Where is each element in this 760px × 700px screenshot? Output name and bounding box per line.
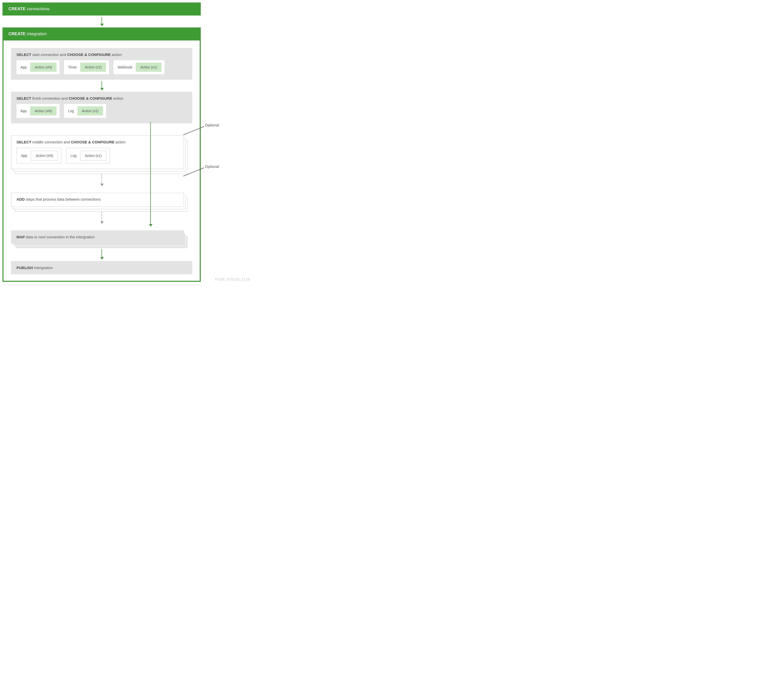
select-finish-title: SELECT finish connection and CHOOSE & CO… bbox=[17, 96, 187, 100]
publish-panel: PUBLISH intergration bbox=[11, 261, 192, 274]
create-connections-bar: CREATE connections bbox=[3, 3, 201, 16]
create-connections-rest: connections bbox=[27, 6, 50, 11]
start-option-webhook: Webhook Action (x1) bbox=[113, 60, 165, 74]
arrow-down-dashed-icon bbox=[102, 212, 102, 223]
select-start-panel: SELECT start connection and CHOOSE & CON… bbox=[11, 48, 192, 80]
select-middle-title: SELECT middle connection and CHOOSE & CO… bbox=[17, 140, 179, 144]
finish-option-app: App Action (xN) bbox=[17, 104, 60, 118]
arrow-down-dashed-icon bbox=[102, 174, 102, 186]
start-option-timer: Timer Action (x2) bbox=[64, 60, 109, 74]
arrow-down-icon bbox=[102, 81, 102, 90]
middle-log-action: Action (x1) bbox=[80, 151, 107, 161]
middle-option-log: Log Action (x1) bbox=[66, 148, 110, 164]
create-connections-bold: CREATE bbox=[8, 6, 26, 11]
add-steps-bold: ADD bbox=[17, 197, 25, 202]
optional-label-1: Optional bbox=[205, 123, 219, 127]
finish-log-action: Action (x1) bbox=[77, 106, 103, 116]
bypass-arrow-icon bbox=[150, 122, 151, 224]
create-integration-bold: CREATE bbox=[8, 31, 26, 36]
create-integration-rest: integration bbox=[27, 31, 47, 36]
create-integration-container: CREATE integration SELECT start connecti… bbox=[3, 28, 201, 282]
start-app-action: Action (xN) bbox=[30, 63, 56, 72]
select-middle-panel: SELECT middle connection and CHOOSE & CO… bbox=[11, 135, 184, 169]
map-data-panel: MAP data to next connection in the inter… bbox=[11, 230, 184, 244]
start-timer-action: Action (x2) bbox=[80, 63, 106, 72]
start-webhook-action: Action (x1) bbox=[136, 63, 161, 72]
finish-app-action: Action (xN) bbox=[30, 106, 56, 116]
footer-id: FUSE_478143_1118 bbox=[215, 277, 250, 281]
finish-option-log: Log Action (x1) bbox=[64, 104, 106, 118]
middle-option-app: App Action (xN) bbox=[17, 148, 61, 164]
publish-bold: PUBLISH bbox=[17, 266, 33, 270]
start-option-app: App Action (xN) bbox=[17, 60, 60, 74]
arrow-down-icon bbox=[102, 17, 102, 26]
middle-app-action: Action (xN) bbox=[31, 151, 58, 161]
add-steps-panel: ADD steps that process data between conn… bbox=[11, 192, 184, 207]
optional-label-2: Optional bbox=[205, 164, 219, 169]
map-data-bold: MAP bbox=[17, 235, 25, 239]
create-integration-bar: CREATE integration bbox=[3, 28, 201, 41]
select-start-title: SELECT start connection and CHOOSE & CON… bbox=[17, 53, 187, 57]
publish-rest: intergration bbox=[34, 266, 53, 270]
select-finish-panel: SELECT finish connection and CHOOSE & CO… bbox=[11, 92, 192, 123]
arrow-down-icon bbox=[102, 249, 102, 259]
add-steps-rest: steps that process data between connecti… bbox=[26, 197, 101, 202]
map-data-rest: data to next connection in the intergrat… bbox=[26, 235, 95, 239]
